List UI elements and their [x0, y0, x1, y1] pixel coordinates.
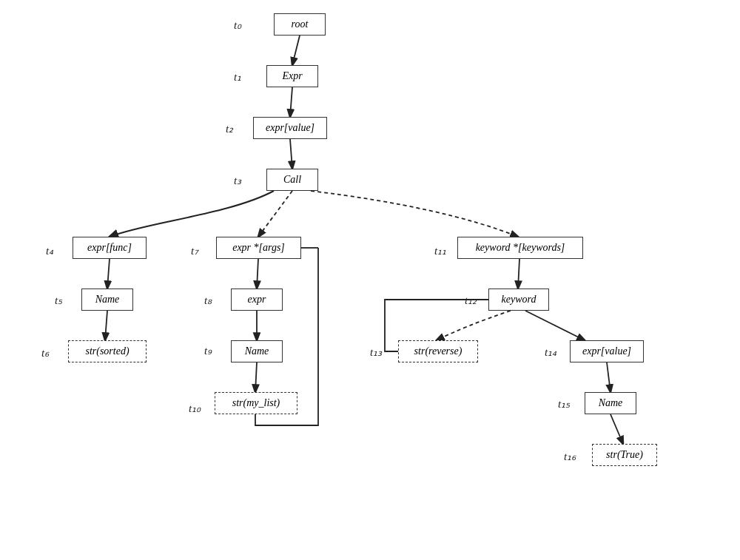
node-expr: Expr: [266, 65, 318, 87]
label-t16: t₁₆: [564, 450, 576, 463]
node-exprfunc: expr[func]: [73, 237, 147, 259]
node-name15: Name: [585, 392, 636, 414]
svg-line-12: [607, 362, 610, 392]
svg-line-11: [525, 311, 585, 340]
label-t14: t₁₄: [545, 345, 556, 359]
label-t10: t₁₀: [189, 402, 201, 415]
node-exprval14: expr[value]: [570, 340, 644, 362]
node-exprargs: expr *[args]: [216, 237, 301, 259]
label-t3: t₃: [234, 174, 241, 187]
svg-line-1: [290, 87, 292, 117]
svg-line-6: [257, 259, 258, 289]
svg-line-0: [292, 36, 300, 65]
node-strreverse: str(reverse): [398, 340, 478, 362]
label-t2: t₂: [226, 122, 233, 135]
node-root: root: [274, 13, 326, 36]
node-keyword12: keyword: [488, 289, 549, 311]
node-strsorted: str(sorted): [68, 340, 147, 362]
label-t5: t₅: [55, 294, 62, 307]
node-exprval: expr[value]: [253, 117, 327, 139]
svg-line-13: [610, 414, 623, 444]
svg-line-4: [107, 259, 110, 289]
node-strmylist: str(my_list): [215, 392, 297, 414]
label-t8: t₈: [204, 294, 212, 307]
svg-line-2: [290, 139, 292, 169]
svg-line-10: [518, 259, 519, 289]
label-t1: t₁: [234, 70, 241, 84]
svg-line-8: [255, 362, 257, 392]
svg-line-3: [258, 191, 292, 237]
node-name5: Name: [81, 289, 133, 311]
label-t0: t₀: [234, 18, 241, 32]
label-t6: t₆: [41, 346, 49, 360]
label-t9: t₉: [204, 344, 212, 357]
node-expr8: expr: [231, 289, 283, 311]
label-t11: t₁₁: [434, 244, 446, 257]
node-name9: Name: [231, 340, 283, 362]
svg-line-5: [105, 311, 107, 340]
label-t13: t₁₃: [370, 345, 382, 359]
label-t15: t₁₅: [558, 397, 570, 411]
label-t7: t₇: [191, 244, 198, 257]
node-kwkeywords: keyword *[keywords]: [457, 237, 583, 259]
ast-diagram: root Expr expr[value] Call expr[func] Na…: [0, 0, 740, 560]
node-call: Call: [266, 169, 318, 191]
arrows-svg: [0, 0, 740, 560]
node-strtrue: str(True): [592, 444, 657, 466]
label-t12: t₁₂: [465, 294, 477, 307]
label-t4: t₄: [46, 244, 53, 257]
